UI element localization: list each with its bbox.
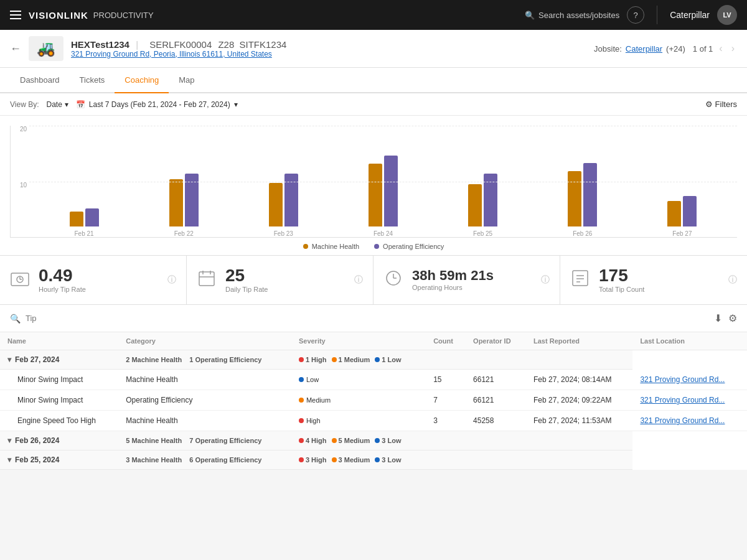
tab-dashboard[interactable]: Dashboard xyxy=(10,68,70,93)
data-table: Name Category Severity Count Operator ID… xyxy=(0,332,747,470)
tab-bar: Dashboard Tickets Coaching Map xyxy=(0,68,747,93)
cell-loc-0-0[interactable]: 321 Proving Ground Rd... xyxy=(632,370,747,390)
expand-btn-0[interactable]: ▾ xyxy=(7,355,11,364)
asset-model: Z28 xyxy=(218,39,234,50)
sev-dot-med-2 xyxy=(332,457,337,462)
stat-value-daily: 25 xyxy=(225,267,345,284)
cat-oe-0: 1 Operating Efficiency xyxy=(186,356,261,363)
cell-count-0-0: 15 xyxy=(426,370,466,390)
info-icon-hourly[interactable]: ⓘ xyxy=(167,274,176,286)
global-search[interactable]: 🔍 Search assets/jobsites xyxy=(525,11,619,20)
cat-oe-1: 7 Operating Efficiency xyxy=(186,437,261,444)
bar-label-Feb 27: Feb 27 xyxy=(672,230,692,237)
bar-group-Feb-25: Feb 25 xyxy=(468,174,497,237)
bar-purple-Feb 22 xyxy=(185,174,199,226)
stat-content-daily: 25 Daily Tip Rate xyxy=(225,267,345,293)
filter-bar: View By: Date ▾ 📅 Last 7 Days (Feb 21, 2… xyxy=(0,93,747,116)
bar-purple-Feb 23 xyxy=(284,174,298,226)
asset-header: ← 🚜 HEXTest1234 | SERLFK00004 Z28 SITFK1… xyxy=(0,30,747,68)
svg-rect-11 xyxy=(573,271,588,286)
col-category: Category xyxy=(118,332,291,350)
sev-dot-0-1 xyxy=(299,398,304,403)
sev-low-2: 3 Low xyxy=(382,456,401,464)
tab-coaching[interactable]: Coaching xyxy=(115,68,169,93)
jobsite-name[interactable]: Caterpillar xyxy=(626,44,662,54)
asset-site-code: SITFK1234 xyxy=(239,39,286,50)
stat-operating-hours: 38h 59m 21s Operating Hours ⓘ xyxy=(374,256,560,304)
pagination: 1 of 1 ‹ › xyxy=(693,42,737,55)
pagination-prev[interactable]: ‹ xyxy=(716,42,725,55)
expand-btn-2[interactable]: ▾ xyxy=(7,455,11,464)
sev-low-0: 1 Low xyxy=(382,356,401,363)
bar-orange-Feb 21 xyxy=(70,212,83,226)
help-button[interactable]: ? xyxy=(627,6,644,24)
cat-mh-0: 2 Machine Health xyxy=(126,356,182,363)
avatar[interactable]: LV xyxy=(717,5,737,25)
stat-total-count: 175 Total Tip Count ⓘ xyxy=(560,256,747,304)
stat-label-hours: Operating Hours xyxy=(412,284,532,291)
stat-label-hourly: Hourly Tip Rate xyxy=(39,286,159,293)
settings-button[interactable]: ⚙ xyxy=(728,312,737,324)
bar-label-Feb 21: Feb 21 xyxy=(74,230,93,237)
hamburger-menu[interactable] xyxy=(10,11,21,19)
asset-address[interactable]: 321 Proving Ground Rd, Peoria, Illinois … xyxy=(71,50,586,58)
stat-icon-daily xyxy=(197,268,217,292)
asset-title: HEXTest1234 | SERLFK00004 Z28 SITFK1234 xyxy=(71,39,586,50)
table-search-input[interactable] xyxy=(26,314,709,323)
stat-value-count: 175 xyxy=(599,267,720,284)
date-range-picker[interactable]: 📅 Last 7 Days (Feb 21, 2024 - Feb 27, 20… xyxy=(76,100,238,109)
col-last-location: Last Location xyxy=(632,332,747,350)
bar-chart: 20 10 Feb 21Feb 22Feb 23Feb 24Feb 25Feb … xyxy=(10,126,737,238)
bar-purple-Feb 24 xyxy=(384,156,398,226)
filters-button[interactable]: ⚙ Filters xyxy=(705,100,737,109)
table-toolbar: 🔍 ⬇ ⚙ xyxy=(0,305,747,332)
sev-high-1: 4 High xyxy=(306,437,327,444)
sev-high-2: 3 High xyxy=(306,456,327,464)
stat-icon-hours xyxy=(383,268,403,292)
jobsite-label: Jobsite: xyxy=(594,44,622,54)
bar-label-Feb 22: Feb 22 xyxy=(174,230,194,237)
chart-legend: Machine Health Operating Efficiency xyxy=(10,243,737,250)
export-button[interactable]: ⬇ xyxy=(714,312,722,324)
cell-name-0-2: Engine Speed Too High xyxy=(0,411,118,431)
sev-med-2: 3 Medium xyxy=(339,456,370,464)
sev-low-1: 3 Low xyxy=(382,437,401,444)
y-tick-20: 20 xyxy=(20,126,27,133)
sev-dot-0-0 xyxy=(299,377,304,382)
cell-cat-0-2: Machine Health xyxy=(118,411,291,431)
brand-name: Caterpillar xyxy=(670,10,710,20)
sev-dot-high-0 xyxy=(299,357,304,362)
cell-name-0-1: Minor Swing Impact xyxy=(0,390,118,411)
stat-content-hours: 38h 59m 21s Operating Hours xyxy=(412,269,532,291)
stat-label-daily: Daily Tip Rate xyxy=(225,286,345,293)
cell-sev-0-0: Low xyxy=(291,370,426,390)
asset-name: HEXTest1234 xyxy=(71,39,129,50)
pagination-next[interactable]: › xyxy=(729,42,737,55)
group-row-0: ▾Feb 27, 20242 Machine Health 1 Operatin… xyxy=(0,350,747,370)
filter-icon: ⚙ xyxy=(705,100,713,109)
cell-loc-0-1[interactable]: 321 Proving Ground Rd... xyxy=(632,390,747,411)
cell-reported-0-0: Feb 27, 2024; 08:14AM xyxy=(526,370,632,390)
bar-orange-Feb 23 xyxy=(269,183,283,226)
top-navigation: VISIONLINK PRODUCTIVITY 🔍 Search assets/… xyxy=(0,0,747,30)
sev-dot-low-1 xyxy=(375,438,380,443)
back-button[interactable]: ← xyxy=(10,42,21,55)
cell-reported-0-2: Feb 27, 2024; 11:53AM xyxy=(526,411,632,431)
expand-btn-1[interactable]: ▾ xyxy=(7,436,11,445)
bar-group-Feb-26: Feb 26 xyxy=(568,163,597,237)
bar-label-Feb 24: Feb 24 xyxy=(374,230,393,237)
col-name: Name xyxy=(0,332,118,350)
cell-loc-0-2[interactable]: 321 Proving Ground Rd... xyxy=(632,411,747,431)
asset-icon: 🚜 xyxy=(29,36,63,61)
tab-map[interactable]: Map xyxy=(169,68,204,93)
view-by-select[interactable]: Date ▾ xyxy=(46,100,68,109)
search-icon: 🔍 xyxy=(525,11,535,20)
bar-orange-Feb 22 xyxy=(169,179,183,226)
info-icon-daily[interactable]: ⓘ xyxy=(354,274,363,286)
legend-dot-purple xyxy=(374,244,379,249)
bar-purple-Feb 21 xyxy=(85,208,99,226)
info-icon-hours[interactable]: ⓘ xyxy=(541,274,550,286)
stat-label-count: Total Tip Count xyxy=(599,286,720,293)
tab-tickets[interactable]: Tickets xyxy=(70,68,115,93)
info-icon-count[interactable]: ⓘ xyxy=(728,274,737,286)
